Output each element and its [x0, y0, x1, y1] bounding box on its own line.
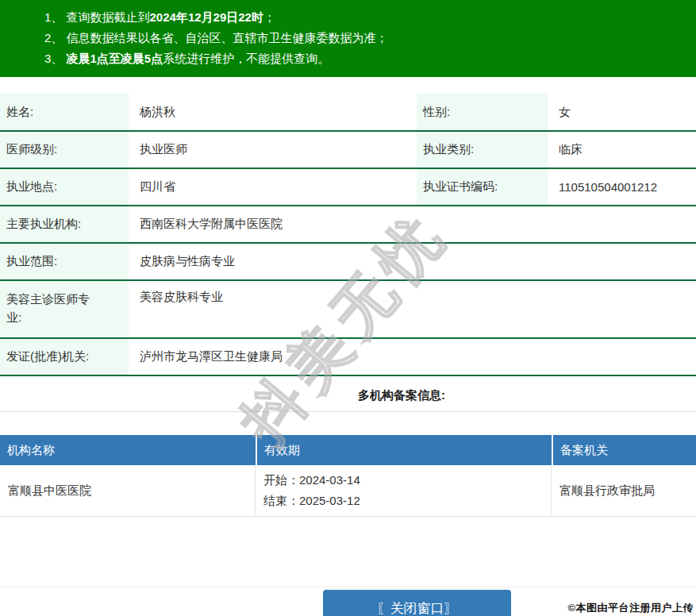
cosmetic-specialty-label-text: 美容主诊医师专业: — [6, 290, 95, 326]
notice-bold-text: 凌晨1点至凌晨5点 — [67, 52, 163, 65]
practice-scope-value: 皮肤病与性病专业 — [129, 244, 696, 279]
doctor-level-label: 医师级别: — [0, 132, 129, 167]
gender-value: 女 — [548, 94, 696, 130]
filing-authority-header: 备案机关 — [552, 435, 696, 465]
table-row: 执业地点: 四川省 执业证书编码: 110510504001212 — [0, 169, 696, 206]
practice-location-value: 四川省 — [129, 169, 417, 205]
notice-text: 系统进行维护，不能提供查询。 — [163, 52, 329, 65]
notice-banner: 1、 查询数据截止到2024年12月29日22时； 2、 信息数据结果以各省、自… — [0, 0, 696, 77]
cosmetic-specialty-label: 美容主诊医师专业: — [0, 281, 129, 337]
doctor-level-value: 执业医师 — [129, 132, 417, 167]
issuing-authority-value: 泸州市龙马潭区卫生健康局 — [129, 339, 696, 375]
name-value: 杨洪秋 — [129, 94, 417, 130]
gender-label: 性别: — [417, 94, 548, 130]
notice-text: 1、 查询数据截止到 — [44, 10, 150, 24]
validity-start: 开始：2024-03-14 — [263, 470, 543, 491]
practice-scope-label: 执业范围: — [0, 244, 129, 279]
table-row: 主要执业机构: 西南医科大学附属中医医院 — [0, 206, 696, 244]
table-row: 姓名: 杨洪秋 性别: 女 — [0, 94, 696, 132]
filing-authority-cell: 富顺县行政审批局 — [552, 465, 696, 516]
section-divider — [0, 411, 696, 412]
practice-location-label: 执业地点: — [0, 169, 129, 205]
notice-line-3: 3、 凌晨1点至凌晨5点系统进行维护，不能提供查询。 — [44, 48, 680, 69]
doctor-info-table: 姓名: 杨洪秋 性别: 女 医师级别: 执业医师 执业类别: 临床 执业地点: … — [0, 94, 696, 376]
footer-divider — [0, 587, 696, 587]
notice-text: ； — [263, 10, 275, 24]
name-label: 姓名: — [0, 94, 129, 130]
query-result-page: 1、 查询数据截止到2024年12月29日22时； 2、 信息数据结果以各省、自… — [0, 0, 696, 616]
notice-text: 3、 — [44, 52, 67, 65]
cosmetic-specialty-value: 美容皮肤科专业 — [129, 281, 696, 337]
validity-cell: 开始：2024-03-14 结束：2025-03-12 — [256, 465, 552, 516]
validity-header: 有效期 — [256, 435, 552, 465]
issuing-authority-label: 发证(批准)机关: — [0, 339, 129, 375]
practice-category-value: 临床 — [548, 132, 696, 167]
notice-bold-text: 2024年12月29日22时 — [150, 10, 263, 24]
filing-section-title: 多机构备案信息: — [107, 388, 696, 403]
notice-line-2: 2、 信息数据结果以各省、自治区、直辖市卫生健康委数据为准； — [44, 28, 680, 48]
main-institution-value: 西南医科大学附属中医医院 — [129, 206, 696, 242]
main-institution-label: 主要执业机构: — [0, 206, 129, 242]
certificate-number-value: 110510504001212 — [548, 169, 696, 205]
validity-end: 结束：2025-03-12 — [263, 491, 543, 511]
org-name-cell: 富顺县中医医院 — [0, 465, 256, 516]
table-row: 医师级别: 执业医师 执业类别: 临床 — [0, 132, 696, 169]
org-name-header: 机构名称 — [0, 435, 256, 465]
practice-category-label: 执业类别: — [417, 132, 548, 167]
table-row: 发证(批准)机关: 泸州市龙马潭区卫生健康局 — [0, 339, 696, 376]
notice-line-1: 1、 查询数据截止到2024年12月29日22时； — [44, 7, 680, 28]
filing-table: 机构名称 有效期 备案机关 富顺县中医医院 开始：2024-03-14 结束：2… — [0, 435, 696, 517]
table-row: 执业范围: 皮肤病与性病专业 — [0, 244, 696, 281]
table-row: 美容主诊医师专业: 美容皮肤科专业 — [0, 281, 696, 339]
notice-text: 2、 信息数据结果以各省、自治区、直辖市卫生健康委数据为准； — [44, 31, 388, 44]
filing-table-header: 机构名称 有效期 备案机关 — [0, 435, 696, 465]
upload-stamp-text: ©本图由平台注册用户上传 — [567, 601, 694, 615]
filing-table-row: 富顺县中医医院 开始：2024-03-14 结束：2025-03-12 富顺县行… — [0, 465, 696, 517]
certificate-number-label: 执业证书编码: — [417, 169, 548, 205]
close-window-button[interactable]: 〖关闭窗口〗 — [323, 590, 511, 616]
